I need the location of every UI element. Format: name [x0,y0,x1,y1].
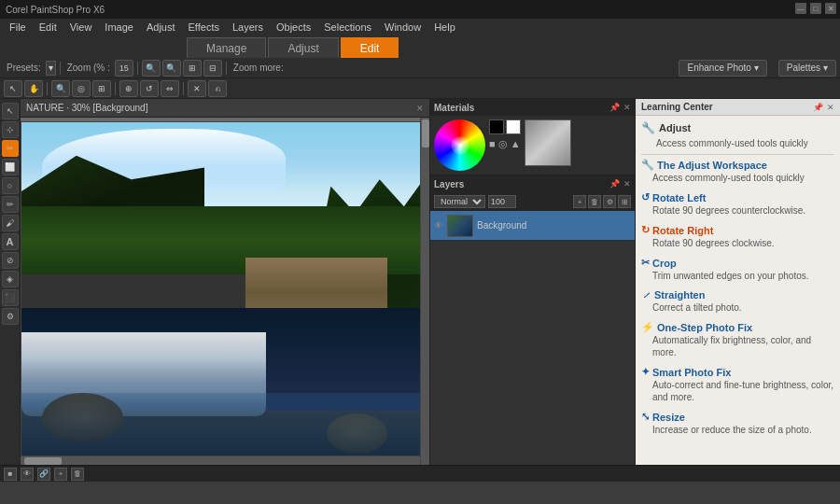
tool-deform[interactable]: ⊹ [2,121,19,138]
status-link-btn[interactable]: 🔗 [37,468,50,481]
materials-pin-btn[interactable]: 📌 [609,103,620,112]
tool-grid-btn[interactable]: ⊞ [92,80,111,97]
lc-item-rotate-right[interactable]: ↻ Rotate Right Rotate 90 degrees clockwi… [641,224,834,249]
menu-adjust[interactable]: Adjust [141,21,181,34]
status-color-btn[interactable]: ■ [4,468,17,481]
layer-visibility-icon[interactable]: 👁 [434,220,443,231]
zoom-out-btn[interactable]: 🔍 [142,60,161,77]
tool-heal[interactable]: ◈ [2,271,19,287]
tool-select[interactable]: ↖ [2,103,19,119]
canvas-scrollbar-bottom[interactable] [21,455,420,465]
status-delete-btn[interactable]: 🗑 [71,468,84,481]
tab-manage[interactable]: Manage [187,37,266,58]
material-icons: ■ ◎ ▲ [489,138,521,150]
opacity-input[interactable] [488,195,516,208]
learning-center-content: 🔧 Adjust Access commonly-used tools quic… [636,116,840,465]
palettes-btn[interactable]: Palettes ▾ [778,60,836,77]
lc-item-icon-resize: ⤡ [641,411,650,423]
tool-snap-btn[interactable]: ⊕ [119,80,138,97]
zoom-value-btn[interactable]: 15 [115,60,133,77]
status-eye-btn[interactable]: 👁 [21,468,34,481]
menu-file[interactable]: File [4,21,32,34]
canvas-scrollbar-right[interactable] [420,118,429,465]
lc-pin-btn[interactable]: 📌 [813,103,823,112]
tool-zoom-btn[interactable]: 🔍 [51,80,70,97]
gradient-icon[interactable]: ◎ [498,138,508,150]
lc-item-title-rotate-right: ↻ Rotate Right [641,224,834,236]
lc-item-straighten[interactable]: ⟋ Straighten Correct a tilted photo. [641,289,834,314]
layer-row[interactable]: 👁 Background [430,211,635,241]
zoom-in-btn[interactable]: 🔍 [162,60,181,77]
tool-rect[interactable]: ⬜ [2,159,19,175]
tool-brush[interactable]: 🖌 [2,215,19,231]
menu-image[interactable]: Image [99,21,139,34]
pattern-icon[interactable]: ▲ [511,138,521,150]
lc-item-icon-smart-fix: ✦ [641,366,650,378]
color-wheel[interactable] [434,119,485,171]
lc-item-smart-fix[interactable]: ✦ Smart Photo Fix Auto-correct and fine-… [641,366,834,403]
tool-size-btn[interactable]: ◎ [72,80,91,97]
tool-text[interactable]: A [2,233,19,250]
menu-view[interactable]: View [64,21,98,34]
tool-flip-btn[interactable]: ⇔ [161,80,179,97]
menu-help[interactable]: Help [428,21,461,34]
foreground-swatch[interactable] [489,119,504,134]
layers-close-btn[interactable]: ✕ [623,179,631,189]
blend-mode-select[interactable]: Normal [434,195,485,208]
zoom-fit-btn[interactable]: ⊞ [183,60,202,77]
toolbar-sep-1 [60,62,61,75]
tool-arrow-btn[interactable]: ↖ [4,80,22,97]
lc-item-resize[interactable]: ⤡ Resize Increase or reduce the size of … [641,411,834,436]
background-swatch[interactable] [506,119,521,134]
doc-close-btn[interactable]: ✕ [416,104,424,113]
canvas-wrapper[interactable] [21,118,429,465]
menu-objects[interactable]: Objects [271,21,316,34]
menu-selections[interactable]: Selections [318,21,377,34]
presets-dropdown[interactable]: ▾ [46,61,56,76]
tool-settings[interactable]: ⚙ [2,308,19,325]
lc-item-rotate-left[interactable]: ↺ Rotate Left Rotate 90 degrees counterc… [641,191,834,217]
maximize-button[interactable]: □ [810,3,821,14]
color-icon[interactable]: ■ [489,138,496,150]
materials-close-btn[interactable]: ✕ [623,103,631,112]
new-layer-btn[interactable]: + [573,195,586,208]
tab-adjust[interactable]: Adjust [268,37,338,58]
materials-title: Materials [434,103,606,113]
lc-item-adjust-workspace[interactable]: 🔧 The Adjust Workspace Access commonly-u… [641,159,834,184]
lc-item-icon-straighten: ⟋ [641,289,651,301]
lc-close-btn[interactable]: ✕ [827,103,834,112]
close-button[interactable]: ✕ [825,3,836,14]
status-bar: ■ 👁 🔗 + 🗑 [0,465,840,482]
menu-edit[interactable]: Edit [34,21,63,34]
tool-fill[interactable]: ⬛ [2,289,19,306]
enhance-photo-btn[interactable]: Enhance Photo ▾ [679,60,766,77]
tool-rotate-btn[interactable]: ↺ [140,80,159,97]
tool-redo-btn[interactable]: ⎌ [208,80,227,97]
layer-props-btn[interactable]: ⚙ [603,195,616,208]
tab-edit[interactable]: Edit [341,37,399,58]
enhance-chevron-icon: ▾ [754,63,759,73]
tool-crop[interactable]: ✂ [2,140,19,157]
tool-clone[interactable]: ⊘ [2,252,19,269]
tool-undo-btn[interactable]: ✕ [188,80,206,97]
layers-panel-header: Layers 📌 ✕ [430,175,635,192]
delete-layer-btn[interactable]: 🗑 [588,195,601,208]
menu-layers[interactable]: Layers [227,21,269,34]
zoom-actual-btn[interactable]: ⊟ [203,60,222,77]
lc-item-crop[interactable]: ✂ Crop Trim unwanted edges on your photo… [641,257,834,282]
palettes-label: Palettes [787,63,820,73]
status-new-btn[interactable]: + [54,468,67,481]
layers-pin-btn[interactable]: 📌 [609,179,620,189]
tool-paint[interactable]: ✏ [2,196,19,213]
group-layer-btn[interactable]: ⊞ [618,195,631,208]
doc-title: NATURE · 30% [Background] [26,103,147,113]
menu-window[interactable]: Window [379,21,427,34]
lc-item-title-one-step: ⚡ One-Step Photo Fix [641,321,834,333]
tool-pan-btn[interactable]: ✋ [24,80,43,97]
materials-layers-panels: Materials 📌 ✕ ■ [429,99,635,465]
minimize-button[interactable]: — [795,3,806,14]
tool-ellipse[interactable]: ○ [2,177,19,194]
lc-item-one-step[interactable]: ⚡ One-Step Photo Fix Automatically fix b… [641,321,834,358]
menu-effects[interactable]: Effects [183,21,225,34]
learning-center-header: Learning Center 📌 ✕ [636,99,840,116]
